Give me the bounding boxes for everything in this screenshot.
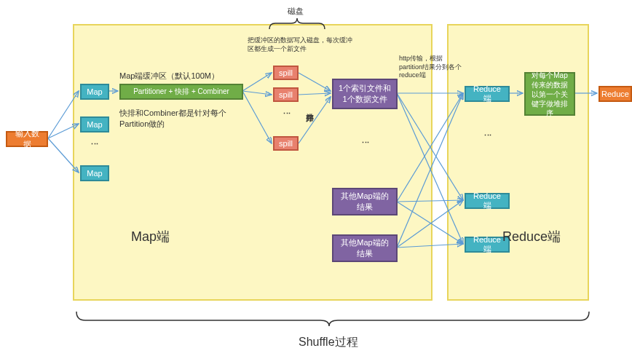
- input-data: 输入数据: [6, 131, 48, 147]
- spill-3: spill: [273, 136, 299, 151]
- spill-1: spill: [273, 66, 299, 80]
- reduce-zone: [447, 24, 589, 301]
- shuffle-label: Shuffle过程: [299, 335, 358, 350]
- map-3: Map: [80, 165, 109, 181]
- index-data-file: 1个索引文件和 1个数据文件: [332, 79, 398, 109]
- heap-sort: 对每个Map传来的数据以第一个关键字做堆排序: [524, 72, 575, 116]
- reduce-end-1: Reduce端: [465, 86, 510, 102]
- map-1: Map: [80, 84, 109, 100]
- spill-2: spill: [273, 87, 299, 102]
- map-side-label: Map端: [131, 228, 170, 245]
- reduce-side-label: Reduce端: [502, 228, 561, 245]
- map-buffer-note: Map端缓冲区（默认100M）: [119, 71, 219, 82]
- partition-note: 快排和Combiner都是针对每个Partition做的: [119, 108, 243, 130]
- reduce-output: Reduce: [599, 86, 632, 102]
- map-dots: ⋮: [90, 140, 100, 149]
- map-2: Map: [80, 116, 109, 132]
- reduce-dots: ⋮: [483, 131, 493, 141]
- spill-dots: ⋮: [283, 109, 292, 119]
- disk-label: 磁盘: [288, 6, 304, 17]
- http-note: http传输，根据partition结果分到各个reduce端: [399, 55, 465, 80]
- reduce-end-2: Reduce端: [465, 193, 510, 209]
- other-map-2: 其他Map端的 结果: [332, 234, 398, 262]
- spill-note: 把缓冲区的数据写入磁盘，每次缓冲区都生成一个新文件: [248, 36, 357, 53]
- result-dots: ⋮: [361, 138, 371, 148]
- partitioner: Partitioner + 快排 + Combiner: [119, 84, 243, 100]
- other-map-1: 其他Map端的 结果: [332, 188, 398, 215]
